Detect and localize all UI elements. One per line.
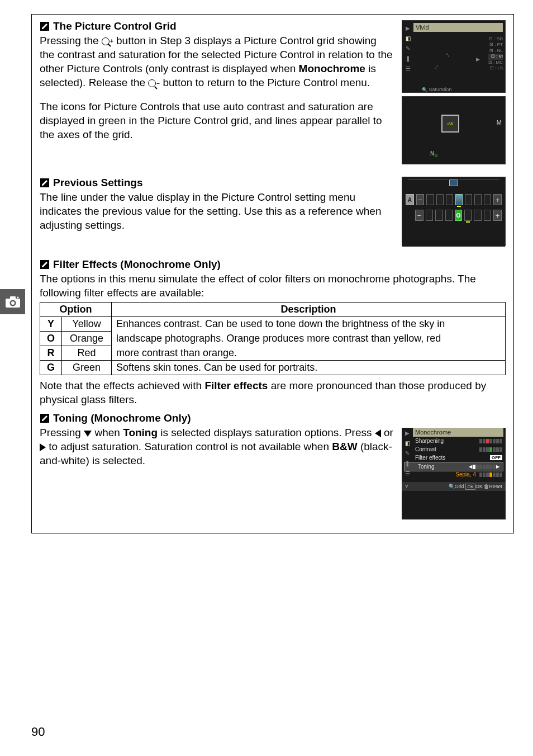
text: when xyxy=(92,427,123,438)
prev-para: The line under the value display in the … xyxy=(40,190,394,232)
heading-prev: Previous Settings xyxy=(53,177,143,189)
page-number: 90 xyxy=(31,725,45,739)
lcd-sliders: A − + − O + xyxy=(402,177,506,246)
filter-para: The options in this menu simulate the ef… xyxy=(40,272,506,300)
bold-filter-effects: Filter effects xyxy=(204,380,268,391)
note-icon xyxy=(40,178,50,188)
lcd-row-filter: Filter effects OFF xyxy=(402,453,506,462)
lcd-row-toning: Toning ◀▶ xyxy=(404,462,503,471)
lcd-grid-bottom: ▫VI M NS xyxy=(402,96,506,164)
section-filter-effects: Filter Effects (Monochrome Only) The opt… xyxy=(40,258,506,407)
slider-row-2: − O + xyxy=(406,210,502,221)
lcd-row-sepia: Sepia, 4 xyxy=(402,471,506,479)
filter-note: Note that the effects achieved with Filt… xyxy=(40,379,506,407)
lcd-row-sharpening: Sharpening xyxy=(402,437,506,445)
text: Pressing the xyxy=(40,35,102,46)
lcd-ns-label: NS xyxy=(430,150,437,158)
grid-para2: The icons for Picture Controls that use … xyxy=(40,100,394,141)
filter-effects-table: Option Description Y Yellow Enhances con… xyxy=(40,302,506,375)
zero-label: O xyxy=(455,210,462,221)
off-badge: OFF xyxy=(490,455,502,460)
camera-icon xyxy=(5,296,21,308)
heading-toning: Toning (Monochrome Only) xyxy=(53,412,191,424)
slider-row-1: A − + xyxy=(406,194,502,205)
zoom-in-icon: + xyxy=(102,37,113,45)
table-row: O Orange landscape photographs. Orange p… xyxy=(40,332,506,346)
svg-rect-1 xyxy=(10,296,16,299)
zoom-out-icon: − xyxy=(148,79,160,87)
grid-para1: Pressing the + button in Step 3 displays… xyxy=(40,34,394,89)
lcd-footer: ? 🔍Grid OKOK 🗑Reset xyxy=(402,482,506,491)
down-arrow-icon xyxy=(84,431,92,437)
lcd-monochrome: ▶ ◧ ✎ ❚ ☰ Monochrome Sharpening Contrast xyxy=(402,428,506,519)
note-icon xyxy=(40,413,50,423)
note-icon xyxy=(40,21,50,31)
lcd-grid-top: ▶ ◧ ✎ ❚ ☰ Vivid ⊡ : SD⊡ : PT⊡ : NL⊡ : VI… xyxy=(402,20,506,93)
heading-filter: Filter Effects (Monochrome Only) xyxy=(53,258,221,271)
table-row: Y Yellow Enhances contrast. Can be used … xyxy=(40,317,506,332)
th-option: Option xyxy=(40,303,112,317)
table-row: R Red more contrast than orange. xyxy=(40,346,506,361)
bold-monochrome: Monochrome xyxy=(299,63,365,74)
lcd-mono-title: Monochrome xyxy=(413,428,503,437)
text: Pressing xyxy=(40,427,84,438)
left-arrow-icon xyxy=(375,429,381,437)
svg-point-3 xyxy=(11,301,15,305)
page-content: The Picture Control Grid Pressing the + … xyxy=(31,14,514,533)
note-icon xyxy=(40,259,50,270)
text: is selected displays saturation options.… xyxy=(158,427,375,438)
text: or xyxy=(381,427,393,438)
sidebar-tab-camera xyxy=(0,289,25,314)
svg-point-4 xyxy=(17,296,18,298)
section-toning: Toning (Monochrome Only) Pressing when T… xyxy=(40,412,506,519)
th-desc: Description xyxy=(112,303,506,317)
section-picture-control-grid: The Picture Control Grid Pressing the + … xyxy=(40,20,506,164)
lcd-side-labels: ⊡ : SD⊡ : PT⊡ : NL⊡ : VI⊡ : MC⊡ : LS xyxy=(488,36,503,71)
text: to adjust saturation. Saturation control… xyxy=(46,441,332,452)
section-previous-settings: Previous Settings The line under the val… xyxy=(40,177,506,246)
heading-grid: The Picture Control Grid xyxy=(53,20,177,32)
text: button to return to the Picture Control … xyxy=(160,77,370,88)
lcd-title-vivid: Vivid xyxy=(413,23,503,32)
lcd-row-contrast: Contrast xyxy=(402,445,506,453)
text: Note that the effects achieved with xyxy=(40,380,204,391)
lcd-cursor-box: ▫VI xyxy=(441,115,459,133)
auto-label: A xyxy=(406,194,414,205)
right-arrow-icon xyxy=(40,443,46,451)
bold-toning: Toning xyxy=(123,427,158,438)
lcd-m-label: M xyxy=(497,119,502,126)
toning-para: Pressing when Toning is selected display… xyxy=(40,426,394,467)
bold-bw: B&W xyxy=(332,441,357,452)
table-row: G Green Softens skin tones. Can be used … xyxy=(40,361,506,375)
